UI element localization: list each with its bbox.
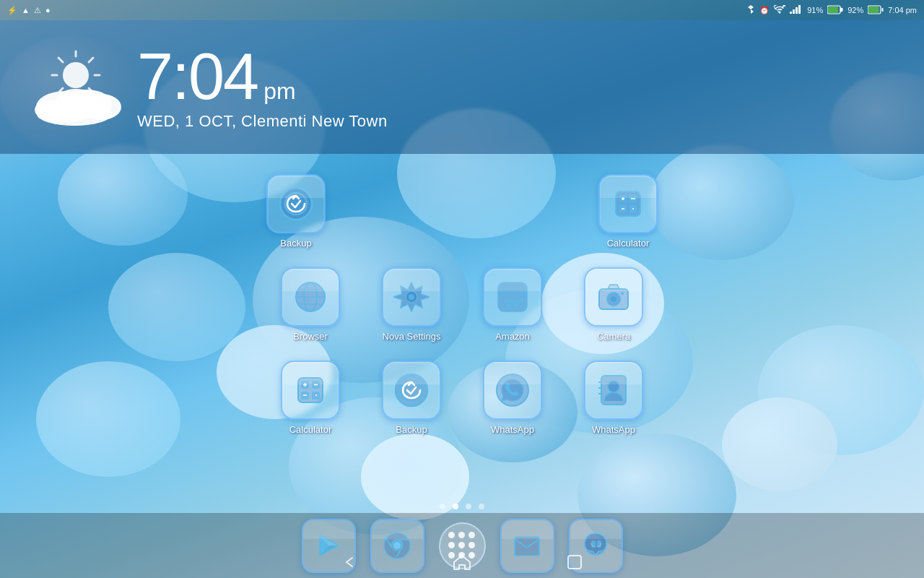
calculator2-icon-wrap — [281, 361, 340, 420]
notification-icon-1: ▲ — [22, 6, 30, 14]
charging-icon: ⚡ — [7, 6, 17, 15]
amazon-icon: amazon — [494, 279, 531, 315]
svg-rect-10 — [882, 8, 884, 12]
whatsapp-icon — [494, 372, 531, 408]
contacts-icon — [596, 372, 632, 408]
calculator2-label: Calculator — [289, 424, 332, 435]
svg-point-45 — [409, 294, 414, 300]
amazon-label: Amazon — [495, 331, 530, 342]
svg-rect-46 — [498, 282, 527, 311]
app-item-browser[interactable]: Browser — [260, 262, 361, 348]
weather-info: 7:04 pm WED, 1 OCT, Clementi New Town — [137, 44, 388, 131]
svg-rect-4 — [798, 5, 801, 14]
app-row-3: Calculator Backup — [260, 355, 664, 441]
clock-display: 7:04 pm — [137, 44, 388, 109]
recents-icon — [565, 552, 585, 572]
back-icon — [339, 552, 359, 572]
app-item-whatsapp[interactable]: WhatsApp — [462, 355, 563, 441]
page-dot-1[interactable] — [440, 504, 445, 509]
backup1-label: Backup — [280, 238, 311, 249]
svg-point-0 — [779, 12, 781, 14]
calculator1-icon — [610, 186, 646, 222]
nova-settings-icon — [393, 279, 430, 315]
whatsapp-notif-icon: ● — [45, 6, 51, 14]
whatsapp-label: WhatsApp — [491, 424, 534, 435]
calculator1-label: Calculator — [607, 238, 650, 249]
battery2-text: 92% — [847, 6, 863, 14]
status-left-icons: ⚡ ▲ ⚠ ● — [7, 6, 51, 15]
app-row-2: Browser Nova Settings amazon — [260, 262, 664, 348]
page-dots — [0, 504, 924, 509]
app-item-nova-settings[interactable]: Nova Settings — [361, 262, 462, 348]
warning-icon: ⚠ — [34, 6, 41, 15]
app-item-backup2[interactable]: Backup — [361, 355, 462, 441]
whatsapp-icon-wrap — [483, 361, 542, 420]
app-item-contacts[interactable]: WhatsApp — [563, 355, 664, 441]
clock-ampm: pm — [263, 78, 295, 105]
nova-settings-label: Nova Settings — [383, 331, 441, 342]
status-right-icons: ⏰ 91% 92% — [746, 4, 917, 16]
svg-text:amazon: amazon — [499, 289, 526, 297]
battery2-icon — [868, 5, 884, 16]
svg-point-11 — [63, 62, 89, 88]
battery-icon — [827, 5, 843, 16]
svg-rect-3 — [796, 7, 798, 14]
all-apps-dot — [468, 532, 475, 538]
backup1-icon — [278, 186, 314, 222]
svg-point-68 — [608, 381, 619, 392]
amazon-icon-wrap: amazon — [483, 267, 542, 327]
app-grid: Backup Calculator — [0, 154, 924, 513]
page-dot-4[interactable] — [479, 504, 484, 509]
wifi-icon — [774, 5, 785, 15]
nav-bar — [0, 545, 924, 578]
camera-label: Camera — [597, 331, 630, 342]
browser-icon — [292, 279, 328, 315]
all-apps-dot — [448, 532, 455, 538]
weather-widget: 7:04 pm WED, 1 OCT, Clementi New Town — [0, 20, 924, 154]
app-item-camera[interactable]: Camera — [563, 262, 664, 348]
svg-line-18 — [89, 58, 93, 62]
svg-rect-9 — [868, 7, 879, 13]
svg-rect-7 — [842, 8, 843, 12]
recents-button[interactable] — [562, 549, 588, 575]
weather-icon — [25, 48, 134, 127]
svg-rect-1 — [790, 12, 792, 14]
contacts-label: WhatsApp — [592, 424, 635, 435]
calculator2-icon — [292, 372, 328, 408]
weather-icon-area — [22, 44, 137, 131]
home-button[interactable] — [449, 549, 475, 575]
browser-label: Browser — [293, 331, 328, 342]
backup2-label: Backup — [396, 424, 427, 435]
svg-line-16 — [58, 58, 63, 62]
svg-rect-6 — [828, 7, 838, 13]
browser-icon-wrap — [281, 267, 340, 327]
page-dot-3[interactable] — [466, 504, 471, 509]
all-apps-dot — [458, 532, 465, 538]
nova-settings-icon-wrap — [382, 267, 441, 327]
backup1-icon-wrap — [266, 174, 326, 233]
calculator1-icon-wrap — [598, 174, 658, 233]
app-item-calculator2[interactable]: Calculator — [260, 355, 361, 441]
backup2-icon — [393, 372, 430, 408]
backup2-icon-wrap — [382, 361, 441, 420]
svg-rect-80 — [568, 556, 581, 569]
app-item-calculator1[interactable]: Calculator — [578, 168, 679, 254]
back-button[interactable] — [336, 549, 362, 575]
time-display: 7:04 pm — [888, 6, 917, 14]
clock-date: WED, 1 OCT, Clementi New Town — [137, 112, 388, 131]
contacts-icon-wrap — [584, 361, 643, 420]
clock-time: 7:04 — [137, 44, 258, 109]
app-item-amazon[interactable]: amazon Amazon — [462, 262, 563, 348]
page-dot-2[interactable] — [453, 504, 458, 509]
svg-point-25 — [37, 103, 112, 126]
svg-rect-2 — [793, 9, 795, 14]
app-item-backup1[interactable]: Backup — [245, 168, 346, 254]
alarm-icon: ⏰ — [759, 6, 770, 15]
svg-point-53 — [621, 292, 624, 295]
camera-icon — [596, 279, 632, 315]
battery1-text: 91% — [807, 6, 823, 14]
svg-point-52 — [610, 296, 617, 303]
status-bar: ⚡ ▲ ⚠ ● ⏰ 91% — [0, 0, 924, 20]
bluetooth-icon — [746, 4, 755, 16]
svg-rect-28 — [616, 191, 640, 216]
